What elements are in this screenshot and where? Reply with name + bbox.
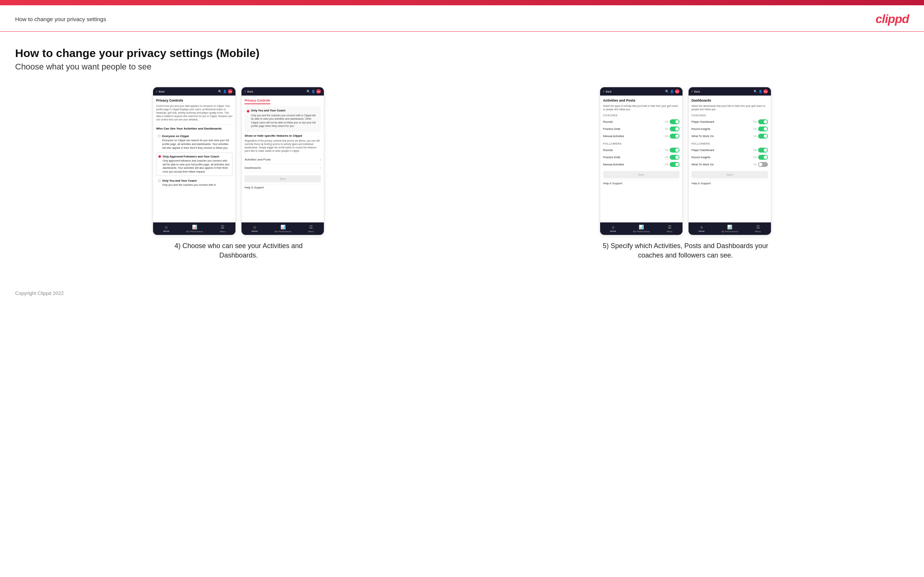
followers-label-4: FOLLOWERS: [691, 142, 768, 145]
toggle-coaches-rounds[interactable]: [670, 119, 680, 124]
pair-2-phones: ‹ Back 🔍 👤 ••• Activities and Posts Sele…: [600, 87, 771, 235]
radio-everyone[interactable]: Everyone on Clippd Everyone on Clippd ca…: [156, 132, 233, 152]
phone-2-topbar: ‹ Back 🔍 👤 •••: [241, 87, 324, 95]
menu-icon[interactable]: •••: [228, 89, 233, 93]
phone-4-section-title: Dashboards: [691, 98, 768, 102]
person-icon[interactable]: 👤: [223, 90, 227, 93]
followers-what-to-work-on: What To Work On ON: [691, 161, 768, 168]
phone-1-content: Privacy Controls Control how you and you…: [153, 95, 236, 220]
phone-1-section-text: Control how you and your data appears to…: [156, 104, 233, 121]
nav-home-3[interactable]: ⌂ Home: [610, 225, 616, 233]
privacy-tab[interactable]: Privacy Controls: [244, 98, 270, 104]
radio-only-you[interactable]: Only You and Your Coach Only you and the…: [156, 177, 233, 189]
top-accent-bar: [0, 0, 924, 5]
nav-menu-4[interactable]: ☰ Menu: [755, 225, 761, 233]
followers-label-3: FOLLOWERS: [603, 142, 680, 145]
chart-icon-2: 📊: [280, 225, 286, 230]
phone-3-icons: 🔍 👤 •••: [665, 89, 680, 93]
coaches-label-4: COACHES: [691, 114, 768, 117]
home-icon-2: ⌂: [253, 225, 256, 229]
nav-performance-3[interactable]: 📊 My Performance: [633, 225, 649, 233]
home-icon-4: ⌂: [700, 225, 703, 229]
toggle-followers-manual[interactable]: [670, 162, 680, 167]
save-button-3[interactable]: Save: [603, 171, 680, 178]
coaches-drills: Practice Drills ON: [603, 126, 680, 132]
phone-3-bottomnav: ⌂ Home 📊 My Performance ☰ Menu: [600, 222, 683, 235]
help-label-3: Help & Support: [603, 180, 680, 187]
logo: clippd: [876, 12, 909, 26]
nav-performance-2[interactable]: 📊 My Performance: [275, 225, 291, 233]
toggle-coaches-player-dashboard[interactable]: [758, 119, 768, 124]
radio-only-you-text: Only You and Your Coach Only you and the…: [162, 179, 216, 187]
toggle-coaches-manual[interactable]: [670, 134, 680, 139]
toggle-followers-player-dashboard[interactable]: [758, 148, 768, 153]
activities-row[interactable]: Activities and Posts ›: [244, 156, 321, 164]
search-icon-3[interactable]: 🔍: [665, 90, 669, 93]
phone-4: ‹ Back 🔍 👤 ••• Dashboards Select the das…: [688, 87, 771, 235]
phone-1-back[interactable]: ‹ Back: [156, 90, 165, 93]
info-radio-circle: [247, 110, 249, 113]
chevron-right-icon: ›: [320, 158, 321, 162]
nav-menu-2[interactable]: ☰ Menu: [309, 225, 314, 233]
phone-1-icons: 🔍 👤 •••: [218, 89, 233, 93]
main-content: How to change your privacy settings (Mob…: [0, 32, 924, 283]
help-label-2: Help & Support: [244, 184, 321, 191]
toggle-followers-round-insights[interactable]: [758, 155, 768, 160]
nav-performance[interactable]: 📊 My Performance: [186, 225, 203, 233]
person-icon-3[interactable]: 👤: [670, 90, 674, 93]
show-hide-text: Regardless of the privacy controls that …: [244, 139, 321, 153]
home-icon-3: ⌂: [612, 225, 614, 229]
phone-2-icons: 🔍 👤 •••: [307, 89, 321, 93]
home-icon: ⌂: [165, 225, 167, 229]
search-icon-4[interactable]: 🔍: [754, 90, 758, 93]
menu-icon-3[interactable]: •••: [675, 89, 680, 93]
nav-home-4[interactable]: ⌂ Home: [698, 225, 704, 233]
search-icon[interactable]: 🔍: [218, 90, 222, 93]
phone-3-section-title: Activities and Posts: [603, 98, 680, 102]
toggle-followers-drills[interactable]: [670, 155, 680, 160]
save-button-2[interactable]: Save: [244, 175, 321, 182]
phone-2-back[interactable]: ‹ Back: [244, 90, 253, 93]
page-title: How to change your privacy settings (Mob…: [15, 47, 909, 60]
dashboards-row[interactable]: Dashboards ›: [244, 164, 321, 172]
coaches-label-3: COACHES: [603, 114, 680, 117]
search-icon-2[interactable]: 🔍: [307, 90, 310, 93]
phone-4-topbar: ‹ Back 🔍 👤 •••: [688, 87, 771, 95]
phone-1: ‹ Back 🔍 👤 ••• Privacy Controls Control …: [153, 87, 236, 235]
nav-menu-3[interactable]: ☰ Menu: [667, 225, 672, 233]
nav-menu[interactable]: ☰ Menu: [220, 225, 226, 233]
person-icon-2[interactable]: 👤: [312, 90, 315, 93]
phone-3: ‹ Back 🔍 👤 ••• Activities and Posts Sele…: [600, 87, 683, 235]
toggle-coaches-drills[interactable]: [670, 126, 680, 131]
toggle-coaches-what-to-work-on[interactable]: [758, 134, 768, 139]
coaches-round-insights: Round Insights ON: [691, 126, 768, 132]
menu-bars-icon-2: ☰: [309, 225, 313, 230]
nav-home-2[interactable]: ⌂ Home: [252, 225, 258, 233]
breadcrumb: How to change your privacy settings: [15, 16, 106, 22]
phone-4-icons: 🔍 👤 •••: [754, 89, 768, 93]
menu-icon-4[interactable]: •••: [763, 89, 768, 93]
radio-followers[interactable]: Only Approved Followers and Your Coach O…: [156, 153, 233, 176]
pair-2: ‹ Back 🔍 👤 ••• Activities and Posts Sele…: [462, 87, 909, 260]
toggle-followers-what-to-work-on[interactable]: [758, 162, 768, 167]
phone-4-back[interactable]: ‹ Back: [691, 90, 700, 93]
nav-performance-4[interactable]: 📊 My Performance: [721, 225, 738, 233]
phone-4-section-text: Select the dashboards that you'd like to…: [691, 104, 768, 111]
info-box-content: Only You and Your Coach Only you and the…: [251, 109, 318, 128]
divider-1: [156, 124, 233, 125]
phone-1-topbar: ‹ Back 🔍 👤 •••: [153, 87, 236, 95]
radio-followers-text: Only Approved Followers and Your Coach O…: [163, 155, 230, 174]
pair-1: ‹ Back 🔍 👤 ••• Privacy Controls Control …: [15, 87, 462, 260]
phone-3-topbar: ‹ Back 🔍 👤 •••: [600, 87, 683, 95]
menu-bars-icon-3: ☰: [668, 225, 672, 230]
toggle-followers-rounds[interactable]: [670, 148, 680, 153]
nav-home[interactable]: ⌂ Home: [163, 225, 169, 233]
toggle-coaches-round-insights[interactable]: [758, 126, 768, 131]
followers-manual: Manual Activities ON: [603, 161, 680, 168]
person-icon-4[interactable]: 👤: [758, 90, 762, 93]
save-button-4[interactable]: Save: [691, 171, 768, 178]
coaches-rounds: Rounds ON: [603, 118, 680, 126]
phone-3-section-text: Select the types of activity that you'd …: [603, 104, 680, 111]
phone-3-back[interactable]: ‹ Back: [603, 90, 612, 93]
menu-icon-2[interactable]: •••: [316, 89, 321, 93]
